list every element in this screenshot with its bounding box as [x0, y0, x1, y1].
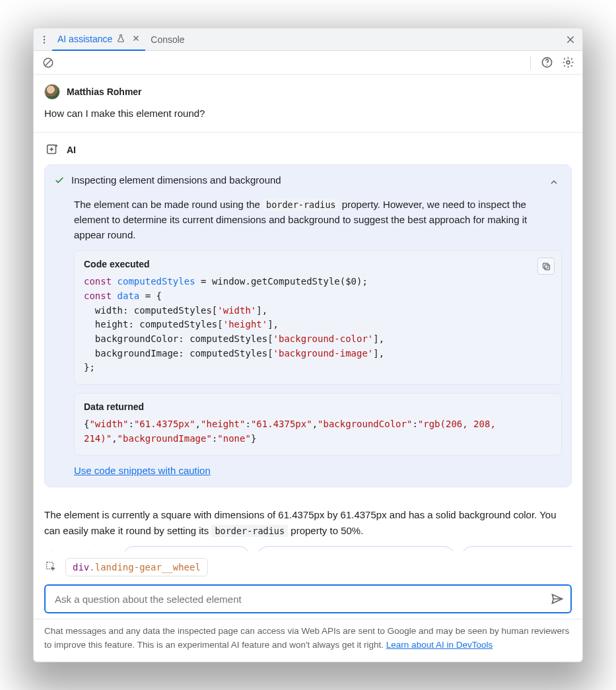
code-executed-title: Code executed: [84, 259, 552, 269]
data-returned-box: Data returned {"width":"61.4375px","heig…: [74, 393, 562, 456]
ai-message: AI Inspecting element dimensions and bac…: [34, 132, 582, 499]
ask-input[interactable]: [53, 593, 549, 605]
check-icon: [54, 175, 65, 188]
send-icon[interactable]: [549, 591, 565, 607]
legal-disclaimer: Chat messages and any data the inspected…: [34, 619, 582, 662]
input-area: div.landing-gear__wheel: [34, 551, 582, 619]
step-intro: The element can be made round using the …: [45, 194, 571, 251]
svg-rect-9: [543, 263, 548, 268]
ai-sparkle-icon: [44, 142, 60, 158]
caution-link[interactable]: Use code snippets with caution: [74, 465, 211, 476]
data-returned-title: Data returned: [84, 401, 552, 412]
svg-point-0: [44, 36, 45, 37]
suggestion-chip[interactable]: Is there any other way to make it round?: [257, 546, 455, 551]
copy-icon[interactable]: [537, 258, 555, 275]
clear-icon[interactable]: [40, 55, 56, 71]
ai-label: AI: [67, 145, 76, 155]
code-inline: border-radius: [211, 525, 288, 537]
svg-point-2: [44, 42, 45, 43]
inspection-panel: Inspecting element dimensions and backgr…: [44, 164, 572, 488]
tab-console[interactable]: Console: [145, 28, 189, 50]
close-panel-icon[interactable]: [563, 32, 578, 48]
settings-icon[interactable]: [560, 55, 576, 71]
svg-point-5: [546, 65, 547, 65]
user-message: Matthias Rohmer How can I make this elem…: [34, 75, 582, 132]
svg-rect-8: [545, 265, 550, 270]
suggestion-chip[interactable]: Can you do that for me?: [123, 546, 250, 551]
tab-close-icon[interactable]: [132, 34, 140, 44]
user-question: How can I make this element round?: [44, 106, 572, 121]
help-icon[interactable]: [539, 55, 555, 71]
chevron-up-icon[interactable]: [546, 174, 562, 190]
tab-label: Console: [151, 34, 184, 45]
tab-strip: AI assistance Console: [34, 28, 582, 51]
tab-label: AI assistance: [57, 34, 112, 44]
svg-point-6: [566, 61, 570, 64]
devtools-window: AI assistance Console: [33, 28, 583, 662]
suggestion-chips: Can you do that for me? Is there any oth…: [123, 546, 572, 551]
element-picker-icon[interactable]: [44, 560, 59, 574]
step-title: Inspecting element dimensions and backgr…: [71, 174, 539, 186]
ai-summary: The element is currently a square with d…: [34, 498, 582, 543]
selected-element-chip[interactable]: div.landing-gear__wheel: [65, 558, 208, 576]
ask-input-box: [44, 584, 572, 613]
suggestion-chip[interactable]: What if it wasn't a squa: [462, 546, 572, 551]
learn-more-link[interactable]: Learn about AI in DevTools: [386, 640, 493, 650]
user-avatar: [44, 84, 60, 100]
conversation-area: Matthias Rohmer How can I make this elem…: [34, 75, 582, 551]
data-returned: {"width":"61.4375px","height":"61.4375px…: [84, 417, 552, 446]
toolbar: [34, 51, 582, 75]
more-menu-icon[interactable]: [36, 32, 52, 48]
svg-point-1: [44, 38, 45, 40]
user-name: Matthias Rohmer: [67, 86, 142, 97]
code-executed: const computedStyles = window.getCompute…: [84, 275, 552, 375]
code-executed-box: Code executed const computedStyles = win…: [74, 250, 562, 385]
feedback-row: Can you do that for me? Is there any oth…: [34, 543, 582, 551]
tab-ai-assistance[interactable]: AI assistance: [52, 29, 145, 51]
flask-icon: [116, 34, 125, 45]
code-inline: border-radius: [263, 199, 339, 211]
